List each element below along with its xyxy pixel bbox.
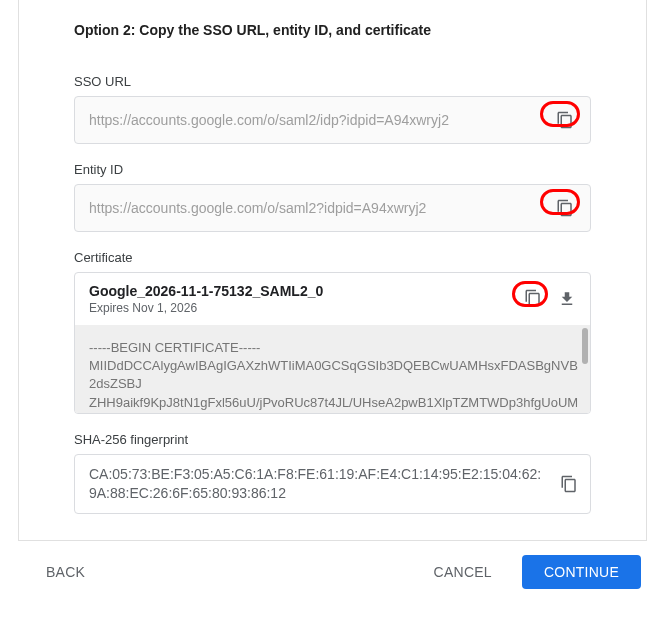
copy-icon — [556, 199, 574, 217]
dialog-body: Option 2: Copy the SSO URL, entity ID, a… — [18, 0, 647, 541]
cert-line: -----BEGIN CERTIFICATE----- — [89, 339, 578, 357]
cert-line: ZHH9aikf9KpJ8tN1gFxl56uU/jPvoRUc87t4JL/U… — [89, 394, 578, 412]
cancel-button[interactable]: CANCEL — [412, 555, 514, 589]
dialog-footer: BACK CANCEL CONTINUE — [0, 541, 665, 603]
sha-label: SHA-256 fingerprint — [74, 414, 591, 454]
sso-url-label: SSO URL — [74, 56, 591, 96]
entity-id-value: https://accounts.google.com/o/saml2?idpi… — [89, 200, 549, 216]
download-icon — [558, 290, 576, 308]
cert-line: MIIDdDCCAlygAwIBAgIGAXzhWTIiMA0GCSqGSIb3… — [89, 357, 578, 375]
back-button[interactable]: BACK — [24, 555, 107, 589]
copy-icon — [560, 475, 578, 493]
certificate-name: Google_2026-11-1-75132_SAML2_0 — [89, 283, 510, 301]
copy-icon — [556, 111, 574, 129]
certificate-expires: Expires Nov 1, 2026 — [89, 301, 510, 315]
continue-button[interactable]: CONTINUE — [522, 555, 641, 589]
copy-entity-id-button[interactable] — [554, 197, 576, 219]
certificate-section: Google_2026-11-1-75132_SAML2_0 Expires N… — [74, 272, 591, 414]
scrollbar[interactable] — [582, 328, 588, 364]
copy-sso-url-button[interactable] — [554, 109, 576, 131]
cert-line: 2dsZSBJ — [89, 375, 578, 393]
entity-id-label: Entity ID — [74, 144, 591, 184]
sha-field: CA:05:73:BE:F3:05:A5:C6:1A:F8:FE:61:19:A… — [74, 454, 591, 514]
copy-sha-button[interactable] — [558, 473, 580, 495]
sso-url-value: https://accounts.google.com/o/saml2/idp?… — [89, 112, 549, 128]
sha-value: CA:05:73:BE:F3:05:A5:C6:1A:F8:FE:61:19:A… — [89, 465, 548, 503]
certificate-body[interactable]: -----BEGIN CERTIFICATE----- MIIDdDCCAlyg… — [75, 325, 590, 413]
entity-id-field: https://accounts.google.com/o/saml2?idpi… — [74, 184, 591, 232]
certificate-label: Certificate — [74, 232, 591, 272]
copy-certificate-button[interactable] — [522, 287, 544, 309]
copy-icon — [524, 289, 542, 307]
sso-url-field: https://accounts.google.com/o/saml2/idp?… — [74, 96, 591, 144]
download-certificate-button[interactable] — [556, 288, 578, 310]
option-2-heading: Option 2: Copy the SSO URL, entity ID, a… — [74, 0, 591, 56]
